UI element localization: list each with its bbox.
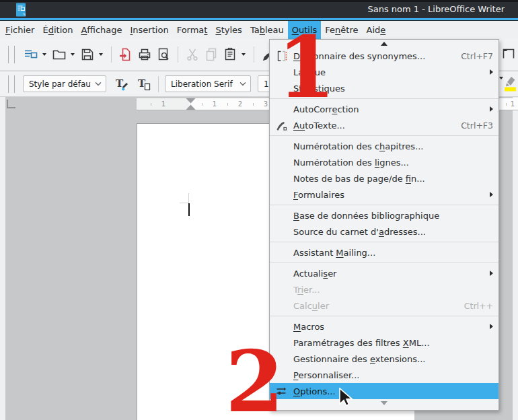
save-dropdown-caret[interactable] bbox=[97, 46, 104, 63]
menubar-item-insertion[interactable]: Insertion bbox=[126, 21, 173, 39]
update-style-button[interactable]: T bbox=[113, 75, 131, 93]
update-style-icon: T bbox=[114, 76, 130, 92]
menubar-item-edition[interactable]: Édition bbox=[38, 21, 77, 39]
open-dropdown-caret[interactable] bbox=[69, 46, 76, 63]
menu-item-options[interactable]: Options... bbox=[270, 383, 498, 399]
print-button[interactable] bbox=[136, 46, 153, 63]
save-button[interactable] bbox=[79, 46, 96, 63]
toolbar-separator bbox=[254, 46, 254, 63]
copy-icon bbox=[203, 46, 219, 63]
font-name-value: Liberation Serif bbox=[171, 79, 235, 89]
chevron-down-icon bbox=[95, 81, 102, 86]
submenu-arrow-icon bbox=[490, 106, 493, 112]
menu-item-formulaires[interactable]: Formulaires bbox=[270, 186, 498, 203]
titlebar-top-strip bbox=[0, 0, 518, 2]
text-cursor-caret bbox=[188, 203, 190, 216]
left-window-padding bbox=[0, 97, 5, 420]
ruler-number: 3 bbox=[264, 100, 268, 108]
menu-item-label: Source du carnet d'adresses... bbox=[293, 227, 426, 237]
menu-item-sourceducarnetdadr[interactable]: Source du carnet d'adresses... bbox=[270, 223, 498, 240]
menu-separator bbox=[270, 135, 498, 136]
tab-stop-selector[interactable] bbox=[7, 100, 15, 108]
paste-icon bbox=[222, 46, 238, 63]
ruler-number: 2 bbox=[238, 100, 242, 108]
ruler-number: 1 bbox=[511, 100, 515, 108]
menubar-item-affichage[interactable]: Affichage bbox=[77, 21, 126, 39]
chevron-down-icon bbox=[99, 53, 103, 56]
menu-item-autotexte[interactable]: AutoTexte...Ctrl+F3 bbox=[270, 117, 498, 133]
new-document-dropdown-caret[interactable] bbox=[40, 46, 48, 63]
menu-item-shortcut: Ctrl++ bbox=[464, 301, 493, 311]
menu-item-actualiser[interactable]: Actualiser bbox=[270, 265, 498, 281]
autotext-icon bbox=[275, 119, 287, 131]
new-style-button[interactable]: T bbox=[135, 75, 153, 93]
font-name-combo[interactable]: Liberation Serif bbox=[165, 75, 251, 92]
menu-item-label: Options... bbox=[293, 386, 336, 396]
menu-scroll-down[interactable] bbox=[270, 399, 498, 407]
indent-marker-icon[interactable] bbox=[186, 98, 196, 110]
menu-item-label: Macros bbox=[293, 322, 324, 332]
menu-item-trier: Trier... bbox=[270, 281, 498, 298]
menu-separator bbox=[270, 316, 498, 316]
menu-item-label: Actualiser bbox=[293, 269, 336, 279]
ruler-tick bbox=[151, 103, 151, 106]
right-window-padding bbox=[513, 97, 518, 420]
insert-text-frame-button[interactable] bbox=[501, 46, 517, 65]
menu-item-label: Calculer bbox=[293, 301, 329, 311]
menu-item-numerotationdescha[interactable]: Numérotation des chapitres... bbox=[270, 138, 498, 154]
open-button[interactable] bbox=[50, 46, 68, 63]
menu-item-notesdebasdepagede[interactable]: Notes de bas de page/de fin... bbox=[270, 170, 498, 186]
menu-separator bbox=[270, 205, 498, 205]
print-preview-button[interactable] bbox=[155, 46, 172, 63]
export-pdf-button[interactable] bbox=[117, 46, 135, 63]
print-icon bbox=[137, 46, 153, 63]
paste-dropdown-caret[interactable] bbox=[239, 46, 247, 63]
chevron-down-icon bbox=[242, 53, 246, 56]
menu-item-assistantmailing[interactable]: Assistant Mailing... bbox=[270, 244, 498, 260]
export-pdf-icon bbox=[118, 46, 134, 63]
paste-button[interactable] bbox=[221, 46, 239, 63]
new-document-button[interactable] bbox=[22, 46, 40, 63]
menubar-item-format[interactable]: Format bbox=[173, 21, 212, 39]
mouse-cursor bbox=[338, 388, 356, 409]
paragraph-style-combo[interactable]: Style par défaut bbox=[23, 75, 106, 92]
titlebar[interactable]: Sans nom 1 - LibreOffice Writer bbox=[0, 0, 518, 18]
chevron-down-icon bbox=[239, 81, 246, 86]
menu-item-label: Numérotation des chapitres... bbox=[293, 141, 423, 151]
menu-separator bbox=[270, 262, 498, 263]
menu-item-parametragesdesfil[interactable]: Paramétrages des filtres XML... bbox=[270, 335, 498, 351]
submenu-arrow-icon bbox=[490, 271, 493, 276]
ruler-number: 1 bbox=[161, 100, 165, 108]
toolbar-grip[interactable] bbox=[8, 75, 15, 93]
toolbar-separator bbox=[111, 46, 112, 63]
menubar-item-fichier[interactable]: Fichier bbox=[1, 21, 38, 39]
menu-item-label: Personnaliser... bbox=[293, 370, 359, 380]
submenu-arrow-icon bbox=[490, 324, 493, 329]
menu-item-gestionnairedesext[interactable]: Gestionnaire des extensions... bbox=[270, 351, 498, 367]
menu-separator bbox=[270, 242, 498, 242]
menu-item-numerotationdeslig[interactable]: Numérotation des lignes... bbox=[270, 154, 498, 170]
menu-item-label: Base de données bibliographique bbox=[293, 211, 439, 221]
menu-item-shortcut: Ctrl+F7 bbox=[461, 51, 493, 61]
menu-item-calculer: CalculerCtrl++ bbox=[270, 298, 498, 314]
ruler-tick bbox=[227, 103, 228, 106]
menu-item-label: Paramétrages des filtres XML... bbox=[293, 338, 430, 348]
menu-item-basededonneesbibli[interactable]: Base de données bibliographique bbox=[270, 207, 498, 223]
toolbar-separator bbox=[178, 46, 178, 63]
new-document-icon bbox=[23, 46, 39, 63]
text-frame-icon bbox=[501, 46, 517, 62]
menu-item-label: AutoTexte... bbox=[293, 120, 345, 131]
menu-item-macros[interactable]: Macros bbox=[270, 318, 498, 335]
open-icon bbox=[51, 46, 67, 63]
menubar-item-aide[interactable]: Aide bbox=[363, 21, 390, 39]
paragraph-style-value: Style par défaut bbox=[29, 79, 91, 89]
menu-item-label: Numérotation des lignes... bbox=[293, 158, 409, 168]
menu-item-label: Trier... bbox=[293, 285, 320, 295]
menu-item-label: Formulaires bbox=[293, 190, 344, 200]
menubar-item-styles[interactable]: Styles bbox=[211, 21, 246, 39]
highlight-color-button[interactable] bbox=[503, 74, 517, 94]
toolbar-grip[interactable] bbox=[8, 46, 15, 63]
menu-item-personnaliser[interactable]: Personnaliser... bbox=[270, 367, 498, 383]
highlight-color-icon bbox=[503, 74, 517, 92]
new-style-icon: T bbox=[136, 76, 152, 92]
